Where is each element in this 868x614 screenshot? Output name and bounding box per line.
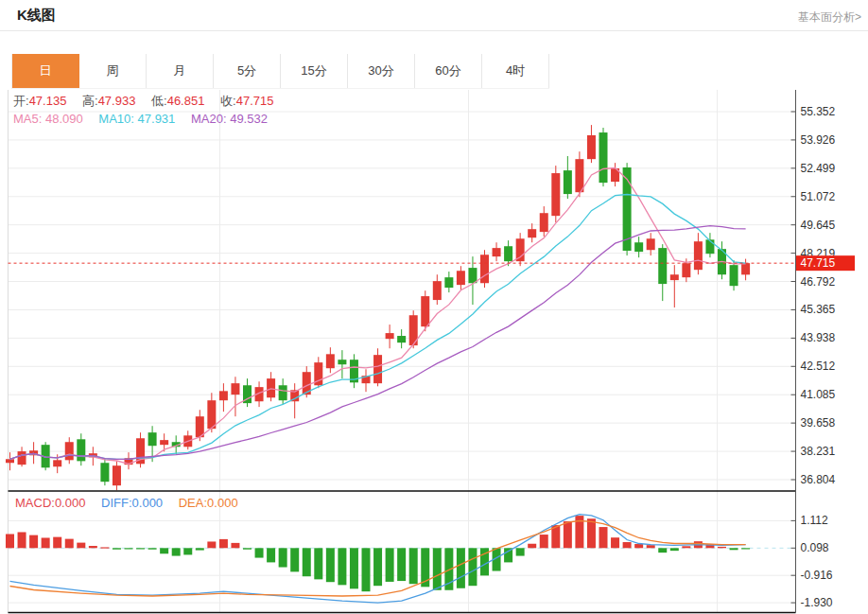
dea-value: 0.000 [207, 496, 238, 510]
page-title: K线图 [17, 7, 56, 25]
diff-value: 0.000 [132, 496, 164, 510]
tab-4hour[interactable]: 4时 [482, 54, 549, 88]
y-axis-label: 49.645 [801, 219, 836, 232]
tab-week[interactable]: 周 [79, 54, 147, 88]
y-axis-label: 38.231 [801, 445, 836, 458]
macd-value: 0.000 [55, 496, 86, 510]
y-axis-label: 52.499 [801, 162, 836, 175]
ma10-label: MA10: [98, 112, 134, 126]
macd-axis-label: -1.930 [801, 596, 833, 609]
ma5-value: 48.090 [45, 112, 83, 126]
kline-app: 55.35253.92652.49951.07249.64548.21946.7… [0, 0, 868, 614]
macd-info-row: MACD:0.000 DIFF:0.000 DEA:0.000 [15, 496, 238, 510]
open-label: 开: [13, 94, 29, 108]
current-price-tag: 47.715 [796, 255, 855, 271]
y-axis-label: 51.072 [801, 190, 836, 203]
current-price-label: 47.715 [801, 256, 836, 270]
macd-histogram [6, 516, 750, 591]
macd-axis-label: 0.098 [801, 541, 829, 554]
y-axis-label: 41.085 [801, 388, 836, 401]
open-value: 47.135 [29, 94, 67, 108]
ma10-line [10, 195, 746, 460]
y-axis-label: 53.926 [801, 133, 836, 147]
grid [9, 90, 796, 613]
tab-60min[interactable]: 60分 [415, 54, 482, 88]
diff-label: DIFF: [101, 496, 132, 510]
y-axis-label: 46.792 [801, 275, 836, 289]
y-axis-label: 45.365 [801, 303, 836, 316]
y-axis: 55.35253.92652.49951.07249.64548.21946.7… [791, 90, 836, 613]
fundamental-analysis-link[interactable]: 基本面分析> [798, 9, 861, 26]
ma5-line [10, 168, 746, 465]
tab-15min[interactable]: 15分 [281, 54, 348, 88]
ma20-value: 49.532 [230, 112, 268, 126]
period-tabbar: 日 周 月 5分 15分 30分 60分 4时 [11, 54, 549, 89]
ma-info-row: MA5: 48.090 MA10: 47.931 MA20: 49.532 [13, 112, 268, 126]
y-axis-label: 36.804 [801, 473, 836, 486]
low-value: 46.851 [167, 94, 205, 108]
macd-label: MACD: [15, 496, 55, 510]
close-value: 47.715 [236, 94, 274, 108]
macd-axis-label: -0.916 [801, 569, 833, 582]
ma20-label: MA20: [191, 112, 227, 126]
header: K线图 基本面分析> [0, 0, 868, 31]
high-label: 高: [82, 94, 98, 108]
ohlc-info-row: 开:47.135 高:47.933 低:46.851 收:47.715 [13, 93, 273, 110]
close-label: 收: [220, 94, 236, 108]
high-value: 47.933 [98, 94, 136, 108]
candles [6, 125, 750, 490]
y-axis-label: 39.658 [801, 416, 836, 430]
macd-axis-label: 1.112 [801, 514, 828, 527]
y-axis-label: 55.352 [801, 105, 836, 118]
y-axis-label: 43.938 [801, 331, 836, 344]
low-label: 低: [151, 94, 167, 108]
ma10-value: 47.931 [138, 112, 176, 126]
ma20-line [10, 226, 746, 460]
tab-30min[interactable]: 30分 [348, 54, 415, 88]
dea-label: DEA: [179, 496, 207, 510]
ma5-label: MA5: [13, 112, 42, 126]
tab-month[interactable]: 月 [147, 54, 214, 88]
tab-5min[interactable]: 5分 [214, 54, 281, 88]
y-axis-label: 42.512 [801, 360, 836, 373]
tab-day[interactable]: 日 [12, 54, 79, 88]
